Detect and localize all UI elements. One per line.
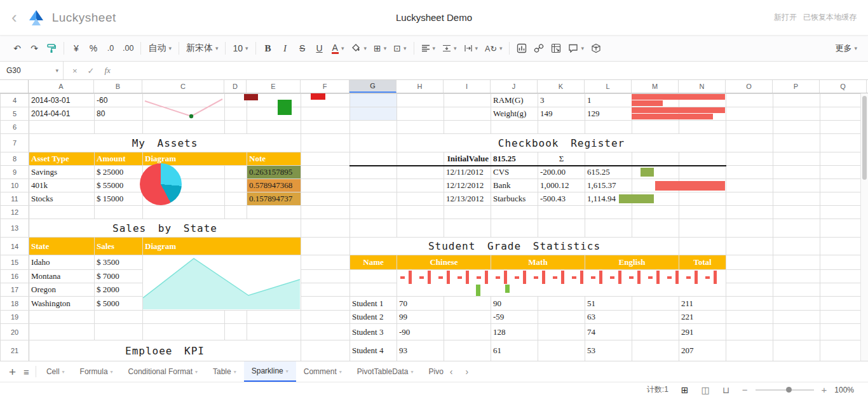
grades-sparkline-cell[interactable]: [397, 270, 726, 297]
cell[interactable]: [726, 311, 773, 324]
cell[interactable]: -200.00: [538, 166, 585, 179]
header-cell[interactable]: Name: [350, 255, 397, 270]
header-cell[interactable]: Math: [491, 255, 585, 270]
cell[interactable]: Σ: [538, 152, 585, 166]
cell[interactable]: $ 25000: [95, 166, 143, 179]
header-cell[interactable]: Asset Type: [29, 152, 95, 166]
cell[interactable]: [726, 107, 773, 121]
cell[interactable]: [773, 166, 820, 179]
comment-button[interactable]: ▾: [565, 40, 587, 57]
cell[interactable]: [679, 94, 726, 107]
cell[interactable]: [726, 324, 773, 340]
cell[interactable]: [397, 192, 444, 206]
column-header-n[interactable]: N: [679, 80, 726, 93]
pivot-table-button[interactable]: [548, 40, 564, 57]
select-all-corner[interactable]: [0, 80, 29, 93]
more-button[interactable]: 更多▾: [832, 40, 860, 57]
cell[interactable]: Idaho: [29, 255, 95, 270]
cell[interactable]: [350, 206, 397, 219]
cell[interactable]: -500.43: [538, 192, 585, 206]
row-header[interactable]: 11: [1, 192, 29, 206]
row-header[interactable]: 5: [1, 107, 29, 121]
next-sheets-button[interactable]: ›: [466, 367, 469, 377]
cell[interactable]: [301, 179, 350, 192]
cell[interactable]: [301, 219, 350, 238]
row-header[interactable]: 9: [1, 166, 29, 179]
cell[interactable]: $ 5000: [95, 297, 143, 311]
cell[interactable]: [247, 206, 301, 219]
name-box[interactable]: G30 ▾: [0, 62, 64, 79]
cell[interactable]: 74: [585, 324, 632, 340]
cell[interactable]: 90: [491, 297, 538, 311]
cell[interactable]: [538, 340, 585, 361]
cell[interactable]: [585, 121, 632, 134]
cell[interactable]: -59: [491, 311, 538, 324]
cell[interactable]: Student 2: [350, 311, 397, 324]
column-header-h[interactable]: H: [397, 80, 444, 93]
cell[interactable]: [397, 179, 444, 192]
sheet-tab-comment[interactable]: Comment▾: [296, 361, 349, 382]
sheet-list-button[interactable]: ≡: [24, 367, 29, 377]
cell[interactable]: [225, 324, 247, 340]
row-header[interactable]: 12: [1, 206, 29, 219]
cell[interactable]: 12/12/2012: [444, 179, 491, 192]
add-sheet-button[interactable]: +: [9, 366, 16, 378]
cell[interactable]: [773, 311, 820, 324]
column-header-f[interactable]: F: [301, 80, 349, 93]
cell[interactable]: 70: [397, 297, 444, 311]
cell[interactable]: 1,114.94: [585, 192, 632, 206]
cell[interactable]: [585, 152, 632, 166]
cell[interactable]: [538, 219, 585, 238]
cell[interactable]: Student 3: [350, 324, 397, 340]
cell[interactable]: [143, 166, 225, 179]
cell[interactable]: [538, 324, 585, 340]
cell[interactable]: [491, 219, 538, 238]
cell[interactable]: [773, 297, 820, 311]
cell[interactable]: [679, 179, 726, 192]
cell[interactable]: 12/11/2012: [444, 166, 491, 179]
cancel-button[interactable]: ×: [72, 66, 78, 76]
zoom-out-button[interactable]: −: [742, 384, 748, 395]
cell[interactable]: [397, 121, 444, 134]
increase-decimal-button[interactable]: .00: [119, 40, 137, 57]
cell[interactable]: [444, 121, 491, 134]
cell[interactable]: [632, 121, 679, 134]
cell[interactable]: [726, 152, 773, 166]
cell[interactable]: [350, 121, 397, 134]
cell[interactable]: Weight(g): [491, 107, 538, 121]
row-header[interactable]: 17: [1, 283, 29, 297]
cell[interactable]: [301, 297, 350, 311]
cell[interactable]: [95, 121, 143, 134]
strikethrough-button[interactable]: S: [294, 40, 311, 57]
cell[interactable]: [143, 192, 225, 206]
cell[interactable]: 0.157894737: [247, 192, 301, 206]
horizontal-align-button[interactable]: ▾: [418, 40, 439, 57]
cell[interactable]: [679, 107, 726, 121]
column-header-p[interactable]: P: [773, 80, 820, 93]
cell[interactable]: [585, 206, 632, 219]
cell[interactable]: [632, 152, 679, 166]
cell[interactable]: [350, 219, 397, 238]
cell[interactable]: [350, 134, 397, 152]
cell[interactable]: [29, 121, 95, 134]
header-cell[interactable]: Total: [679, 255, 726, 270]
row-header[interactable]: 4: [1, 94, 29, 107]
row-header[interactable]: 15: [1, 255, 29, 270]
zoom-slider[interactable]: [756, 389, 814, 391]
cell[interactable]: $ 15000: [95, 192, 143, 206]
cell[interactable]: 61: [491, 340, 538, 361]
cell[interactable]: 615.25: [585, 166, 632, 179]
header-cell[interactable]: Note: [247, 152, 301, 166]
cell[interactable]: [773, 107, 820, 121]
cell[interactable]: [301, 166, 350, 179]
cell[interactable]: [632, 206, 679, 219]
column-header-d[interactable]: D: [224, 80, 247, 93]
cell[interactable]: [143, 121, 225, 134]
cell[interactable]: [350, 179, 397, 192]
zoom-in-button[interactable]: +: [822, 384, 827, 395]
cell[interactable]: [301, 340, 350, 361]
cell[interactable]: [301, 152, 350, 166]
students-title-cell[interactable]: Student Grade Statistics: [350, 238, 679, 255]
cell[interactable]: Student 4: [350, 340, 397, 361]
header-cell[interactable]: Amount: [95, 152, 143, 166]
